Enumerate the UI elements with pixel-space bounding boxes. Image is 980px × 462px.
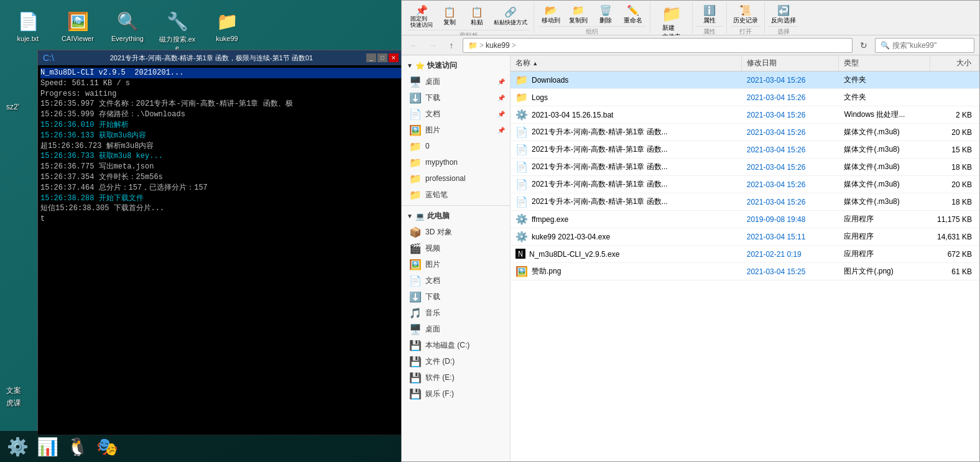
taskbar-icon-app1[interactable]: 📊 [35,434,60,459]
toolbar-props-btn[interactable]: ℹ️ 属性 [696,3,723,26]
sidebar-pc-icon-8: 💾 [409,356,422,367]
history-icon: 📜 [739,4,752,16]
toolbar-copy-btn[interactable]: 📋 复制 [437,5,463,28]
sidebar-pc-label-8: 文件 (D:) [425,356,455,367]
file-size-11: 61 KB [930,266,979,277]
sidebar-item-pc-软件e[interactable]: 💾 软件 (E:) [402,369,510,386]
cmd-win-controls: _ □ ✕ [366,53,399,62]
sidebar-item-pc-下载[interactable]: ⬇️ 下载 [402,289,510,305]
cmd-close-btn[interactable]: ✕ [389,53,399,62]
sidebar-item-桌面[interactable]: 🖥️ 桌面 📌 [402,73,510,90]
taskbar-icon-settings[interactable]: ⚙️ [5,434,30,459]
file-name-11: 🖼️ 赞助.png [511,264,742,279]
file-row-2[interactable]: ⚙️ 2021-03-04 15.26.15.bat 2021-03-04 15… [511,106,979,124]
cmd-titlebar: C:\ 2021专升本-河南-高数-精讲-第1章 函数，极限与连续-第1节 函数… [38,50,404,65]
file-date-8: 2019-09-08 19:48 [742,214,839,225]
sidebar-item-pc-视频[interactable]: 🎬 视频 [402,240,510,256]
file-name-text-8: ffmpeg.exe [532,215,568,224]
file-size-5: 18 KB [930,162,979,173]
toolbar-copyto-btn[interactable]: 📁 复制到 [565,3,591,26]
col-header-name[interactable]: 名称 ▲ [511,55,742,71]
address-path[interactable]: 📁 > kuke99 > [463,38,853,53]
taskbar-icon-app2[interactable]: 🐧 [65,434,90,459]
sidebar-item-蓝铅笔[interactable]: 📁 蓝铅笔 [402,187,510,203]
desktop-icon-kuke99[interactable]: 📁 kuke99 [205,6,249,54]
explorer-toolbar: 📌 固定到快速访问 📋 复制 📋 粘贴 🔗 粘贴快捷方式 [402,1,979,35]
desktop-icon-img-caiviewer: 🖼️ [65,9,90,34]
sidebar-item-下载[interactable]: ⬇️ 下载 📌 [402,90,510,106]
desktop-icon-kuje-txt[interactable]: 📄 kuje.txt [6,6,50,54]
sidebar-item-图片[interactable]: 🖼️ 图片 📌 [402,122,510,138]
toolbar-delete-btn[interactable]: 🗑️ 删除 [593,3,619,26]
file-row-9[interactable]: ⚙️ kuke99 2021-03-04.exe 2021-03-04 15:1… [511,228,979,246]
toolbar-paste-shortcut-btn[interactable]: 🔗 粘贴快捷方式 [491,5,530,27]
file-row-3[interactable]: 📄 2021专升本-河南-高数-精讲-第1章 函数... 2021-03-04 … [511,124,979,141]
file-name-7: 📄 2021专升本-河南-高数-精讲-第1章 函数... [511,195,742,209]
file-row-4[interactable]: 📄 2021专升本-河南-高数-精讲-第1章 函数... 2021-03-04 … [511,141,979,159]
toolbar-history-btn[interactable]: 📜 历史记录 [731,3,760,26]
file-name-9: ⚙️ kuke99 2021-03-04.exe [511,229,742,244]
address-path-part: kuke99 [486,41,510,50]
cmd-minimize-btn[interactable]: _ [366,53,376,62]
sidebar-header-thispc[interactable]: ▼💻此电脑 [402,208,510,224]
file-row-7[interactable]: 📄 2021专升本-河南-高数-精讲-第1章 函数... 2021-03-04 … [511,193,979,211]
file-row-8[interactable]: ⚙️ ffmpeg.exe 2019-09-08 19:48 应用程序 11,1… [511,211,979,228]
file-date-4: 2021-03-04 15:26 [742,144,839,155]
toolbar-group-clipboard: 📌 固定到快速访问 📋 复制 📋 粘贴 🔗 粘贴快捷方式 [404,2,534,34]
sidebar-item-pc-文档[interactable]: 📄 文档 [402,272,510,289]
sidebar-item-0[interactable]: 📁 0 [402,138,510,154]
search-input[interactable] [892,41,967,50]
pin-indicator: 📌 [497,127,505,134]
file-date-5: 2021-03-04 15:26 [742,162,839,173]
sidebar-item-pc-音乐[interactable]: 🎵 音乐 [402,305,510,321]
nav-forward-btn[interactable]: → [425,39,440,52]
desktop-icon-everything[interactable]: 🔍 Everything [106,6,149,54]
sidebar-pc-label-3: 文档 [425,275,440,286]
sidebar-header-quickaccess[interactable]: ▼⭐快速访问 [402,58,510,73]
desktop-icon-cici-exe[interactable]: 🔧 磁力搜索.exe [155,6,199,54]
file-name-3: 📄 2021专升本-河南-高数-精讲-第1章 函数... [511,125,742,139]
search-box[interactable]: 🔍 [875,38,974,53]
col-header-size[interactable]: 大小 [930,55,979,71]
desktop-icon-caiviewer[interactable]: 🖼️ CAIViewer [56,6,99,54]
file-row-11[interactable]: 🖼️ 赞助.png 2021-03-04 15:25 图片文件(.png) 61… [511,263,979,280]
select-group-label: 选择 [769,26,798,36]
file-name-text-9: kuke99 2021-03-04.exe [532,233,610,241]
sidebar-item-文档[interactable]: 📄 文档 📌 [402,106,510,122]
sidebar-item-pc-桌面[interactable]: 🖥️ 桌面 [402,321,510,337]
cmd-maximize-btn[interactable]: □ [377,53,387,62]
nav-up-btn[interactable]: ↑ [444,39,459,52]
sidebar-item-pc-娱乐f[interactable]: 💾 娱乐 (F:) [402,386,510,402]
toolbar-pin-btn[interactable]: 📌 固定到快速访问 [408,3,435,30]
sidebar-item-pc-文件d[interactable]: 💾 文件 (D:) [402,353,510,369]
taskbar-icon-app3[interactable]: 🎭 [95,434,119,459]
file-icon-10: 🅽 [515,249,525,260]
toolbar-invert-btn[interactable]: ↩️ 反向选择 [769,3,798,26]
pin-indicator: 📌 [497,111,505,118]
nav-refresh-btn[interactable]: ↻ [856,39,871,52]
toolbar-moveto-btn[interactable]: 📂 移动到 [538,3,564,26]
col-header-date[interactable]: 修改日期 [742,55,839,71]
nav-back-btn[interactable]: ← [407,39,422,52]
file-name-2: ⚙️ 2021-03-04 15.26.15.bat [511,108,742,122]
sidebar-item-mypython[interactable]: 📁 mypython [402,154,510,170]
copy-icon: 📋 [443,6,456,18]
file-icon-3: 📄 [515,126,528,138]
toolbar-rename-btn[interactable]: ✏️ 重命名 [620,3,646,26]
sidebar-item-professional[interactable]: 📁 professional [402,170,510,187]
sidebar-item-pc-3d对象[interactable]: 📦 3D 对象 [402,224,510,240]
file-row-5[interactable]: 📄 2021专升本-河南-高数-精讲-第1章 函数... 2021-03-04 … [511,159,979,176]
toolbar-paste-btn[interactable]: 📋 粘贴 [464,5,490,28]
file-type-9: 应用程序 [839,230,930,243]
file-row-0[interactable]: 📁 Downloads 2021-03-04 15:26 文件夹 [511,72,979,89]
file-row-10[interactable]: 🅽 N_m3u8DL-CLI_v2.9.5.exe 2021-02-21 0:1… [511,246,979,263]
col-header-type[interactable]: 类型 [839,55,930,71]
cmd-line-4: 15:26:35.997 文件名称：2021专升本-河南-高数-精讲-第1章 函… [40,99,401,109]
file-icon-7: 📄 [515,196,528,208]
sidebar-item-pc-图片[interactable]: 🖼️ 图片 [402,256,510,272]
sidebar-pc-icon-6: 🖥️ [409,323,422,335]
file-row-6[interactable]: 📄 2021专升本-河南-高数-精讲-第1章 函数... 2021-03-04 … [511,176,979,193]
file-name-text-0: Downloads [532,76,568,85]
file-row-1[interactable]: 📁 Logs 2021-03-04 15:26 文件夹 [511,89,979,106]
sidebar-item-pc-本地磁盘c[interactable]: 💾 本地磁盘 (C:) [402,337,510,353]
